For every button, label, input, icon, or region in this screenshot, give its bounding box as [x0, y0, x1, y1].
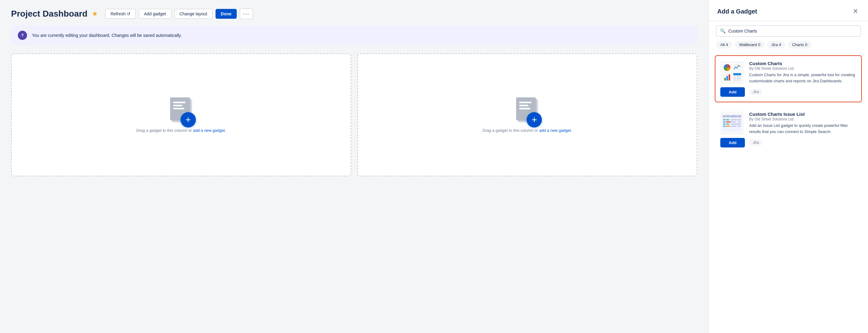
- gadget-placeholder-2: +: [515, 97, 539, 128]
- svg-rect-17: [723, 116, 725, 117]
- svg-rect-28: [738, 121, 741, 123]
- svg-rect-5: [726, 76, 728, 81]
- done-button[interactable]: Done: [216, 9, 237, 19]
- svg-rect-36: [738, 126, 741, 127]
- svg-rect-22: [726, 119, 729, 120]
- svg-rect-25: [723, 121, 725, 123]
- pages-icon-2: +: [515, 97, 539, 125]
- change-layout-button[interactable]: Change layout: [175, 9, 213, 19]
- add-custom-charts-button[interactable]: Add: [720, 87, 745, 97]
- info-icon: ?: [18, 31, 27, 40]
- svg-rect-23: [731, 119, 737, 120]
- svg-rect-35: [731, 126, 737, 127]
- svg-rect-30: [726, 123, 729, 125]
- svg-rect-19: [731, 116, 737, 117]
- filter-tab-jira[interactable]: Jira 4: [767, 41, 785, 49]
- svg-rect-6: [728, 74, 730, 81]
- filter-tab-wallboard[interactable]: Wallboard 0: [735, 41, 765, 49]
- star-icon[interactable]: ★: [92, 10, 98, 18]
- info-banner: ? You are currently editing your dashboa…: [11, 26, 697, 45]
- svg-rect-12: [737, 78, 741, 79]
- gadget-desc-issue-list: Add an Issue List gadget to quickly crea…: [749, 123, 856, 135]
- svg-rect-33: [723, 126, 725, 127]
- filter-tab-charts[interactable]: Charts 0: [788, 41, 811, 49]
- svg-rect-14: [737, 80, 741, 81]
- gadget-placeholder-1: +: [169, 97, 193, 128]
- gadget-list: Custom Charts By Old Street Solutions Lt…: [709, 53, 868, 333]
- drop-column-1[interactable]: + Drag a gadget to this column or add a …: [11, 54, 351, 176]
- dashboard-columns: + Drag a gadget to this column or add a …: [11, 54, 697, 176]
- drop-column-2[interactable]: + Drag a gadget to this column or add a …: [358, 54, 698, 176]
- svg-rect-26: [726, 121, 731, 123]
- add-gadget-link-2[interactable]: add a new gadget.: [539, 128, 572, 133]
- search-icon: 🔍: [720, 28, 726, 34]
- add-gadget-button[interactable]: Add gadget: [139, 9, 171, 19]
- add-issue-list-button[interactable]: Add: [720, 138, 745, 147]
- svg-rect-11: [734, 78, 736, 79]
- close-button[interactable]: ✕: [851, 7, 859, 16]
- gadget-name-custom-charts: Custom Charts: [749, 61, 856, 66]
- gadget-card-issue-list: Custom Charts Issue List By Old Street S…: [715, 106, 862, 153]
- page-title: Project Dashboard: [11, 9, 88, 19]
- gadget-vendor-issue-list: By Old Street Solutions Ltd.: [749, 117, 856, 122]
- gadget-desc-custom-charts: Custom Charts for Jira is a simple, powe…: [749, 72, 856, 84]
- svg-rect-31: [731, 123, 738, 125]
- svg-point-2: [738, 65, 739, 66]
- search-input-wrap[interactable]: 🔍: [716, 26, 861, 36]
- drop-text-2: Drag a gadget to this column or add a ne…: [483, 128, 572, 133]
- info-text: You are currently editing your dashboard…: [32, 33, 182, 38]
- side-panel-header: Add a Gadget ✕: [709, 0, 868, 21]
- filter-tab-all[interactable]: All 4: [716, 41, 732, 49]
- custom-charts-thumbnail: [720, 61, 744, 84]
- page-header: Project Dashboard ★ Refresh ↺ Add gadget…: [11, 9, 697, 19]
- svg-rect-29: [723, 123, 725, 125]
- add-circle-2: +: [527, 112, 542, 127]
- svg-rect-34: [726, 126, 730, 127]
- svg-rect-9: [734, 76, 736, 77]
- svg-rect-13: [734, 80, 736, 81]
- svg-rect-8: [733, 73, 741, 75]
- svg-rect-32: [738, 123, 741, 125]
- issue-list-thumbnail: [720, 112, 744, 135]
- search-input[interactable]: [728, 29, 857, 33]
- add-circle-1: +: [181, 112, 196, 127]
- search-bar: 🔍: [709, 21, 868, 41]
- svg-rect-20: [738, 116, 741, 117]
- gadget-tag-custom-charts: Jira: [749, 89, 763, 95]
- svg-rect-4: [724, 78, 726, 81]
- more-options-button[interactable]: ···: [240, 9, 253, 19]
- gadget-card-custom-charts: Custom Charts By Old Street Solutions Lt…: [715, 55, 862, 102]
- svg-rect-27: [731, 121, 736, 123]
- svg-rect-18: [726, 116, 730, 117]
- filter-tabs: All 4 Wallboard 0 Jira 4 Charts 0: [709, 41, 868, 53]
- gadget-name-issue-list: Custom Charts Issue List: [749, 112, 856, 117]
- pages-icon-1: +: [169, 97, 193, 125]
- main-panel: Project Dashboard ★ Refresh ↺ Add gadget…: [0, 0, 708, 333]
- svg-rect-21: [723, 119, 725, 120]
- side-panel-title: Add a Gadget: [717, 8, 757, 15]
- gadget-vendor-custom-charts: By Old Street Solutions Ltd.: [749, 66, 856, 71]
- side-panel: Add a Gadget ✕ 🔍 All 4 Wallboard 0 Jira …: [708, 0, 868, 333]
- refresh-button[interactable]: Refresh ↺: [105, 9, 136, 19]
- header-actions: Refresh ↺ Add gadget Change layout Done …: [105, 9, 253, 19]
- drop-text-1: Drag a gadget to this column or add a ne…: [136, 128, 226, 133]
- add-gadget-link-1[interactable]: add a new gadget.: [193, 128, 226, 133]
- svg-rect-24: [738, 119, 741, 120]
- gadget-tag-issue-list: Jira: [749, 140, 763, 146]
- svg-rect-10: [737, 76, 741, 77]
